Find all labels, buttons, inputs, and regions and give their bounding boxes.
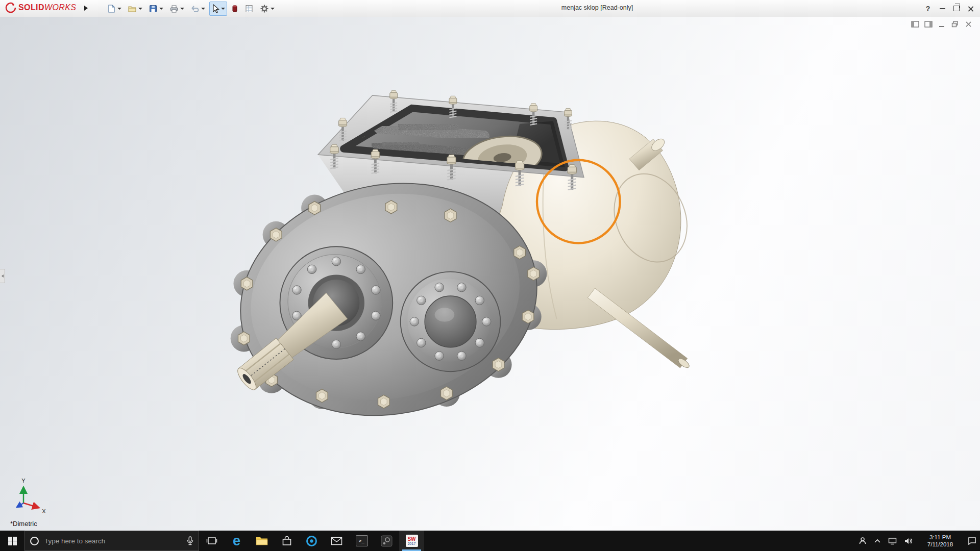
taskbar-app-cortana[interactable] (299, 531, 324, 551)
edge-icon: e (233, 535, 240, 547)
select-arrow-icon (211, 4, 219, 13)
menu-expand-arrow[interactable] (82, 3, 90, 13)
network-icon (888, 537, 897, 545)
doc-minimize-button[interactable] (937, 20, 946, 28)
print-button[interactable] (167, 2, 186, 16)
dassault-logo-icon (5, 2, 16, 13)
taskbar-app-edge[interactable]: e (224, 531, 249, 551)
restore-button[interactable] (949, 2, 964, 15)
new-document-button[interactable] (105, 2, 124, 16)
hidden-icons-button[interactable] (870, 531, 885, 551)
solidworks-resources-button[interactable] (229, 2, 240, 16)
dropdown-caret-icon[interactable] (117, 8, 121, 10)
command-prompt-icon: >_ (356, 535, 368, 546)
brand-text: SOLIDWORKS (18, 3, 76, 12)
solidworks-window: SOLIDWORKS (0, 0, 980, 551)
save-icon (149, 4, 158, 13)
windows-logo-icon (8, 537, 17, 545)
doc-restore-button[interactable] (950, 20, 960, 28)
dropdown-caret-icon[interactable] (138, 8, 142, 10)
pane-right-button[interactable] (924, 20, 933, 28)
new-document-icon (107, 4, 116, 13)
people-button[interactable] (855, 531, 870, 551)
select-button[interactable] (209, 2, 227, 16)
open-button[interactable] (126, 2, 144, 16)
taskbar-app-mail[interactable] (324, 531, 349, 551)
dropdown-caret-icon[interactable] (159, 8, 163, 10)
taskbar-search[interactable] (24, 531, 199, 551)
options-button[interactable] (258, 2, 277, 16)
clock-time: 3:11 PM (918, 534, 962, 541)
minimize-icon (940, 8, 945, 9)
task-view-icon (206, 536, 217, 545)
gearbox-model[interactable] (0, 17, 980, 531)
dropdown-caret-icon[interactable] (201, 8, 205, 10)
taskbar-app-store[interactable] (274, 531, 299, 551)
volume-icon (904, 537, 913, 545)
taskbar-app-command-prompt[interactable]: >_ (349, 531, 374, 551)
triad-x-label: X (42, 508, 46, 514)
start-button[interactable] (0, 531, 24, 551)
triad-y-label: Y (21, 478, 26, 484)
solidworks-2017-icon: SW 2017 (406, 535, 418, 547)
taskbar-app-solidworks[interactable]: SW 2017 (399, 531, 424, 551)
bearing-cover-flange[interactable] (401, 272, 501, 372)
doc-close-button[interactable] (964, 20, 973, 28)
file-explorer-icon (256, 536, 268, 546)
store-icon (281, 536, 292, 546)
action-center-button[interactable] (964, 531, 980, 551)
undo-button[interactable] (188, 2, 207, 16)
minimize-button[interactable] (935, 2, 949, 15)
resources-cylinder-icon (231, 4, 238, 13)
task-view-button[interactable] (199, 531, 224, 551)
evaluate-sheet-button[interactable] (242, 2, 256, 16)
view-orientation-label: *Dimetric (10, 520, 37, 528)
options-gear-icon (260, 4, 269, 13)
save-button[interactable] (146, 2, 165, 16)
title-bar: SOLIDWORKS (0, 0, 980, 17)
solidworks-logo: SOLIDWORKS (5, 2, 76, 13)
open-folder-icon (128, 4, 137, 13)
document-window-controls (911, 20, 973, 28)
restore-icon (953, 6, 960, 11)
network-button[interactable] (885, 531, 900, 551)
clock-date: 7/11/2018 (918, 541, 962, 548)
people-icon (859, 537, 867, 545)
sheet-grid-icon (244, 4, 254, 13)
quick-access-toolbar (105, 1, 277, 16)
dropdown-caret-icon[interactable] (271, 8, 275, 10)
cortana-icon (30, 537, 39, 545)
graphics-area[interactable]: Y X *Dimetric (0, 17, 980, 531)
pane-left-button[interactable] (911, 20, 920, 28)
microphone-icon[interactable] (187, 536, 193, 545)
cortana-circle-icon (306, 535, 317, 547)
system-tray: 3:11 PM 7/11/2018 (855, 531, 980, 551)
feature-panel-collapsed-tab[interactable] (0, 269, 5, 283)
volume-button[interactable] (900, 531, 916, 551)
document-title: menjac sklop [Read-only] (521, 4, 674, 11)
taskbar-clock[interactable]: 3:11 PM 7/11/2018 (916, 534, 964, 548)
taskbar-app-steam[interactable] (374, 531, 399, 551)
close-icon (968, 6, 974, 12)
mail-icon (331, 537, 342, 545)
windows-taskbar: e >_ (0, 531, 980, 551)
window-controls: ? (921, 0, 978, 17)
print-icon (169, 4, 179, 13)
dropdown-caret-icon[interactable] (180, 8, 184, 10)
taskbar-app-file-explorer[interactable] (249, 531, 274, 551)
dark-app-icon (381, 535, 393, 547)
orientation-triad: Y X (6, 477, 49, 515)
search-input[interactable] (43, 537, 182, 545)
close-button[interactable] (964, 2, 978, 15)
help-button[interactable]: ? (921, 2, 935, 15)
action-center-icon (968, 537, 976, 545)
undo-icon (190, 4, 200, 13)
dropdown-caret-icon[interactable] (221, 8, 225, 10)
chevron-up-icon (874, 538, 881, 543)
